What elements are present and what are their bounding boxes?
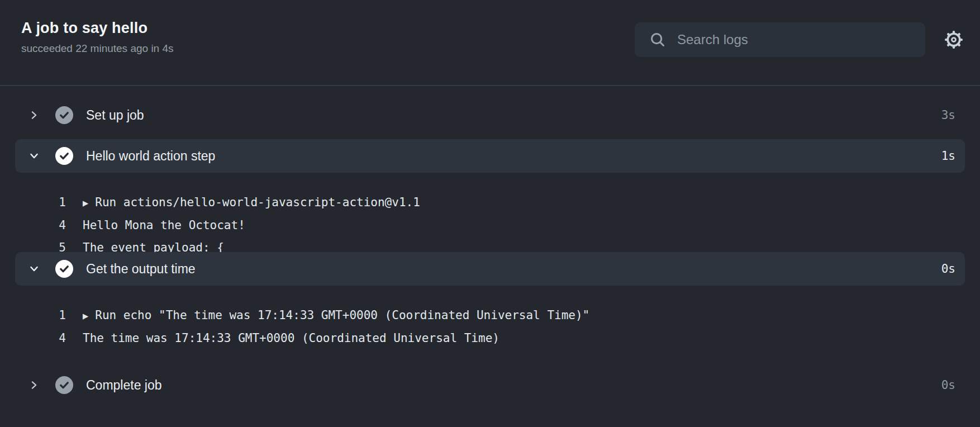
step-duration: 0s bbox=[941, 262, 955, 276]
run-group-toggle-icon[interactable]: ▶ bbox=[83, 310, 88, 321]
step-row-get-the-output-time[interactable]: Get the output time 0s bbox=[15, 252, 965, 286]
success-check-icon bbox=[55, 260, 73, 278]
step-name: Hello world action step bbox=[86, 148, 215, 164]
log-line-text: The event payload: { bbox=[83, 236, 224, 252]
log-line-text: The time was 17:14:33 GMT+0000 (Coordina… bbox=[83, 327, 499, 349]
log-line: 1 ▶Run actions/hello-world-javascript-ac… bbox=[15, 191, 965, 214]
chevron-right-icon[interactable] bbox=[28, 379, 40, 391]
log-line: 4 The time was 17:14:33 GMT+0000 (Coordi… bbox=[15, 327, 965, 349]
job-log-viewer: A job to say hello succeeded 22 minutes … bbox=[0, 0, 980, 427]
step-duration: 1s bbox=[941, 149, 955, 163]
log-line-number[interactable]: 1 bbox=[15, 304, 66, 327]
job-header: A job to say hello succeeded 22 minutes … bbox=[0, 0, 980, 86]
log-settings-button[interactable] bbox=[941, 27, 967, 53]
log-line-text: Hello Mona the Octocat! bbox=[83, 214, 245, 236]
step-name: Set up job bbox=[86, 107, 144, 123]
search-icon bbox=[649, 31, 666, 48]
log-line-number[interactable]: 4 bbox=[15, 214, 66, 236]
log-block-hello-world: 1 ▶Run actions/hello-world-javascript-ac… bbox=[15, 173, 965, 252]
job-status-line: succeeded 22 minutes ago in 4s bbox=[21, 42, 174, 55]
log-line-number[interactable]: 1 bbox=[15, 191, 66, 214]
step-row-set-up-job[interactable]: Set up job 3s bbox=[15, 98, 965, 132]
log-line-text: ▶Run actions/hello-world-javascript-acti… bbox=[83, 191, 420, 214]
search-logs-box[interactable] bbox=[635, 22, 925, 57]
log-line-number[interactable]: 5 bbox=[15, 236, 66, 252]
log-line: 5 The event payload: { bbox=[15, 236, 965, 252]
job-meta: A job to say hello succeeded 22 minutes … bbox=[21, 19, 174, 55]
step-list: Set up job 3s Hello world action step 1s bbox=[0, 98, 980, 402]
step-name: Get the output time bbox=[86, 261, 196, 277]
log-line: 1 ▶Run echo "The time was 17:14:33 GMT+0… bbox=[15, 304, 965, 327]
run-group-toggle-icon[interactable]: ▶ bbox=[83, 197, 88, 208]
header-actions bbox=[635, 22, 967, 57]
job-title: A job to say hello bbox=[21, 19, 174, 37]
success-check-icon bbox=[55, 106, 73, 124]
step-name: Complete job bbox=[86, 377, 162, 393]
success-check-icon bbox=[55, 376, 73, 394]
chevron-down-icon[interactable] bbox=[28, 150, 40, 162]
search-logs-input[interactable] bbox=[676, 31, 915, 48]
log-line-number[interactable]: 4 bbox=[15, 327, 66, 349]
step-row-hello-world-action-step[interactable]: Hello world action step 1s bbox=[15, 139, 965, 173]
step-duration: 0s bbox=[941, 378, 955, 392]
chevron-down-icon[interactable] bbox=[28, 263, 40, 274]
step-row-complete-job[interactable]: Complete job 0s bbox=[15, 368, 965, 402]
chevron-right-icon[interactable] bbox=[28, 110, 40, 121]
success-check-icon bbox=[55, 147, 73, 165]
gear-icon bbox=[944, 30, 964, 50]
log-block-get-output-time: 1 ▶Run echo "The time was 17:14:33 GMT+0… bbox=[15, 286, 965, 368]
log-line-text: ▶Run echo "The time was 17:14:33 GMT+000… bbox=[83, 304, 589, 327]
step-duration: 3s bbox=[941, 108, 955, 122]
log-line: 4 Hello Mona the Octocat! bbox=[15, 214, 965, 236]
